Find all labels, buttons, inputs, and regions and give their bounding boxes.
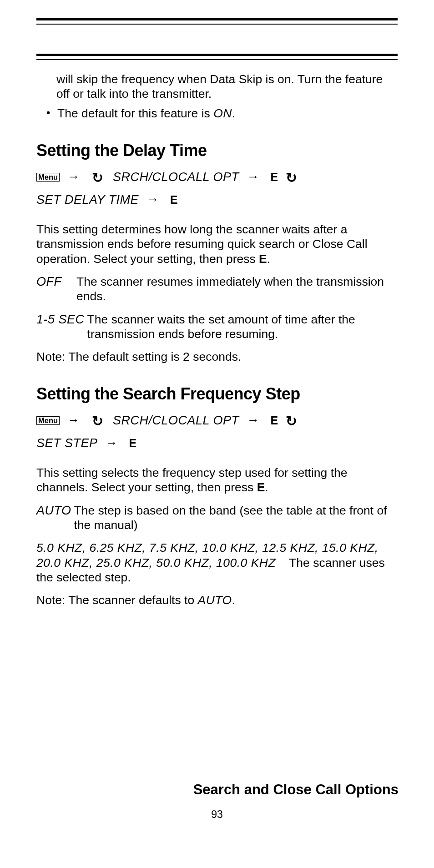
key-e: E: [268, 414, 280, 427]
step-intro-post: .: [265, 480, 268, 494]
arrow-icon: →: [242, 410, 265, 431]
nav-setting-delay: SET DELAY TIME: [36, 193, 139, 207]
continuation-text: will skip the frequency when Data Skip i…: [56, 72, 398, 101]
nav-opt-step: SRCH/CLOCALL OPT: [113, 414, 239, 427]
term-auto: AUTO: [36, 503, 71, 533]
step-note-lcd: AUTO: [198, 593, 232, 607]
delay-intro-paragraph: This setting determines how long the sca…: [36, 222, 398, 266]
page-number: 93: [0, 808, 434, 821]
def-row-auto: AUTO The step is based on the band (see …: [36, 503, 398, 533]
nav-opt-delay: SRCH/CLOCALL OPT: [113, 170, 239, 184]
page: will skip the frequency when Data Skip i…: [0, 0, 434, 868]
desc-1-5-sec: The scanner waits the set amount of time…: [87, 312, 398, 342]
delay-note: Note: The default setting is 2 seconds.: [36, 349, 398, 364]
menu-button-icon: Menu: [36, 416, 60, 425]
step-note-pre: Note: The scanner defaults to: [36, 593, 198, 607]
step-note: Note: The scanner defaults to AUTO.: [36, 593, 398, 607]
step-note-post: .: [232, 593, 235, 607]
term-off: OFF: [36, 274, 74, 304]
default-on-bullet: The default for this feature is ON.: [49, 106, 398, 121]
bullet-text-post: .: [232, 106, 235, 120]
key-e: E: [168, 193, 180, 206]
desc-off: The scanner resumes immediately when the…: [76, 274, 398, 304]
term-1-5-sec: 1-5 SEC: [36, 312, 85, 342]
arrow-icon: →: [142, 189, 165, 210]
def-row-off: OFF The scanner resumes immediately when…: [36, 274, 398, 304]
delay-intro-pre: This setting determines how long the sca…: [36, 222, 368, 266]
rotate-icon: ↻: [89, 166, 110, 189]
arrow-icon: →: [101, 433, 124, 454]
footer-section-title: Search and Close Call Options: [193, 782, 399, 798]
nav-setting-step: SET STEP: [36, 436, 98, 450]
def-row-sec: 1-5 SEC The scanner waits the set amount…: [36, 312, 398, 342]
rotate-icon: ↻: [283, 166, 303, 189]
arrow-icon: →: [63, 167, 86, 187]
step-intro-paragraph: This setting selects the frequency step …: [36, 465, 398, 495]
rotate-icon: ↻: [283, 409, 303, 433]
rotate-icon: ↻: [89, 409, 110, 433]
arrow-icon: →: [63, 410, 86, 431]
bullet-lcd-on: ON: [213, 106, 232, 120]
step-values-paragraph: 5.0 KHZ, 6.25 KHZ, 7.5 KHZ, 10.0 KHZ, 12…: [36, 540, 398, 585]
key-e: E: [127, 437, 138, 449]
heading-delay-time: Setting the Delay Time: [36, 141, 398, 160]
arrow-icon: →: [242, 167, 265, 187]
key-e-inline: E: [257, 480, 265, 494]
top-rule-1: [36, 18, 398, 25]
heading-freq-step: Setting the Search Frequency Step: [36, 384, 398, 404]
delay-intro-post: .: [267, 252, 270, 266]
menu-button-icon: Menu: [36, 173, 60, 182]
nav-sequence-delay: Menu → ↻ SRCH/CLOCALL OPT → E ↻ SET DELA…: [36, 167, 398, 211]
step-intro-pre: This setting selects the frequency step …: [36, 466, 348, 494]
top-rule-2: [36, 54, 398, 60]
key-e: E: [268, 171, 280, 183]
key-e-inline: E: [259, 252, 267, 266]
desc-auto: The step is based on the band (see the t…: [74, 503, 398, 533]
bullet-text-pre: The default for this feature is: [57, 106, 213, 120]
nav-sequence-step: Menu → ↻ SRCH/CLOCALL OPT → E ↻ SET STEP…: [36, 410, 398, 454]
